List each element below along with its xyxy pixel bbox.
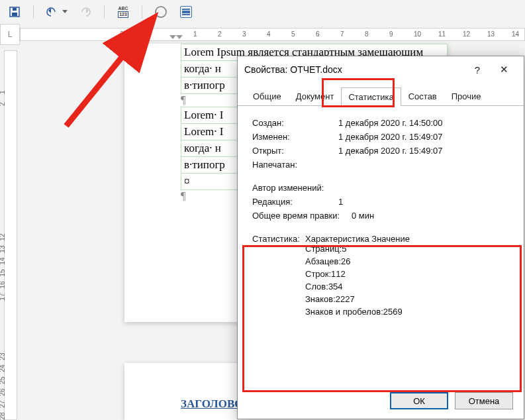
undo-dropdown[interactable] (62, 4, 68, 20)
hruler-tick: 7 (340, 30, 344, 38)
vertical-ruler: L 12121314151617232425262728 (0, 24, 20, 420)
margin-stops (124, 34, 181, 44)
modified-value: 1 декабря 2020 г. 15:49:07 (338, 132, 509, 142)
hruler-tick: 14 (512, 30, 519, 38)
highlight-tab (322, 78, 395, 107)
stats-header-characteristic: Характеристика (305, 234, 369, 244)
tab-общие[interactable]: Общие (246, 87, 289, 105)
vruler-tick: 16 (0, 282, 6, 291)
circle-icon-button[interactable] (153, 4, 169, 20)
spell-top-label: ABС (118, 6, 128, 11)
ok-button[interactable]: ОК (390, 392, 448, 409)
undo-button[interactable] (44, 4, 60, 20)
dialog-title: Свойства: ОТЧЕТ.docx (244, 64, 464, 75)
svg-rect-1 (12, 13, 17, 16)
modified-label: Изменен: (252, 132, 338, 142)
hruler-tick: 11 (438, 30, 446, 38)
edit-time-value: 0 мин (352, 211, 509, 221)
hruler-tick: 10 (414, 30, 421, 38)
hruler-tick: 2 (120, 30, 124, 38)
revision-value: 1 (338, 197, 509, 207)
redo-button (77, 4, 93, 20)
svg-point-3 (156, 7, 166, 17)
vruler-tick: 2 (0, 103, 6, 112)
vruler-tick: 1 (0, 91, 6, 100)
hruler-tick: 13 (487, 30, 495, 38)
svg-rect-2 (13, 8, 17, 11)
printed-value (338, 160, 509, 170)
cancel-button[interactable]: Отмена (455, 392, 513, 409)
vruler-tick: 24 (0, 365, 6, 374)
ruler-corner[interactable]: L (0, 24, 20, 45)
tab-состав[interactable]: Состав (401, 87, 444, 105)
hruler-tick: 4 (267, 30, 271, 38)
vruler-tick: 12 (0, 234, 6, 243)
vruler-tick: 23 (0, 353, 6, 362)
edit-time-label: Общее время правки: (252, 211, 352, 221)
statistics-label: Статистика: (252, 234, 305, 244)
page2-heading: ЗАГОЛОВО (181, 397, 243, 411)
hruler-tick: 8 (365, 30, 369, 38)
vruler-tick: 25 (0, 377, 6, 386)
stats-header-value: Значение (371, 234, 410, 244)
dialog-buttons: ОК Отмена (390, 392, 513, 409)
tab-прочие[interactable]: Прочие (444, 87, 489, 105)
hruler-tick: 6 (316, 30, 320, 38)
horizontal-ruler: 211234567891011121314 (20, 24, 525, 44)
help-button[interactable]: ? (464, 56, 491, 83)
spellcheck-button[interactable]: ABС 123 (115, 4, 131, 20)
author-label: Автор изменений: (252, 183, 338, 193)
hruler-tick: 9 (389, 30, 393, 38)
created-value: 1 декабря 2020 г. 14:50:00 (338, 118, 509, 128)
hruler-tick: 3 (242, 30, 246, 38)
opened-label: Открыт: (252, 146, 338, 156)
list-icon (180, 6, 192, 18)
hruler-tick: 1 (193, 30, 197, 38)
author-value (338, 183, 509, 193)
vruler-tick: 28 (0, 413, 6, 421)
vruler-tick: 27 (0, 401, 6, 410)
close-button[interactable]: ✕ (491, 56, 517, 83)
spell-bot-label: 123 (118, 11, 128, 18)
save-button[interactable] (7, 4, 23, 20)
vruler-tick: 26 (0, 389, 6, 398)
hruler-tick: 2 (218, 30, 222, 38)
hruler-tick: 12 (463, 30, 470, 38)
printed-label: Напечатан: (252, 160, 338, 170)
revision-label: Редакция: (252, 197, 338, 207)
vruler-tick: 14 (0, 258, 6, 267)
vruler-tick: 15 (0, 270, 6, 279)
hruler-tick: 5 (291, 30, 295, 38)
created-label: Создан: (252, 118, 338, 128)
quick-access-toolbar: ABС 123 (0, 0, 525, 25)
highlight-stats (242, 245, 522, 392)
vruler-tick: 17 (0, 293, 6, 303)
stats-toolbar-button[interactable] (178, 4, 194, 20)
vruler-tick: 13 (0, 246, 6, 255)
opened-value: 1 декабря 2020 г. 15:49:07 (338, 146, 509, 156)
